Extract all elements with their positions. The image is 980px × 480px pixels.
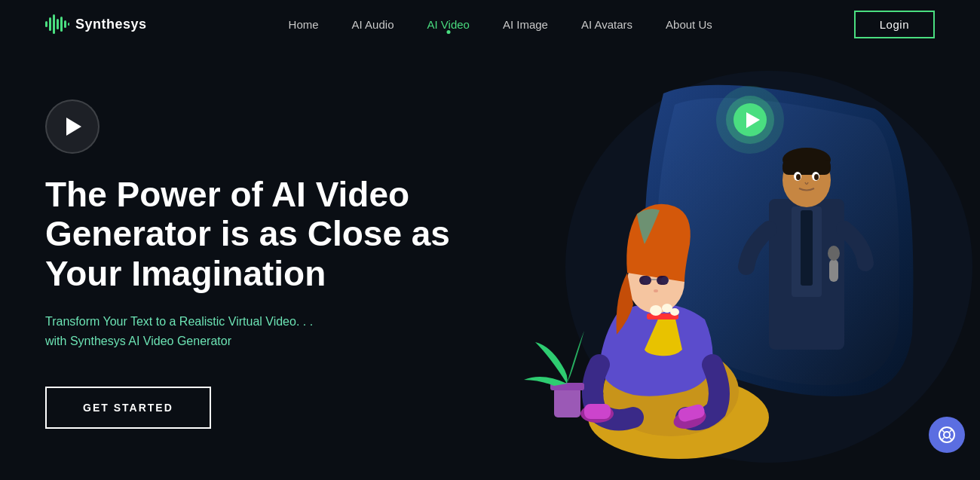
svg-point-30 xyxy=(650,305,662,316)
login-button[interactable]: Login xyxy=(854,11,935,38)
logo[interactable]: Synthesys xyxy=(45,14,147,35)
logo-waveform-icon xyxy=(45,14,69,35)
hero-illustration xyxy=(452,48,980,480)
svg-rect-5 xyxy=(64,20,66,28)
svg-rect-2 xyxy=(53,14,55,34)
nav-link-ai-image[interactable]: AI Image xyxy=(503,18,548,31)
svg-line-47 xyxy=(950,438,953,441)
svg-rect-0 xyxy=(45,21,47,27)
svg-rect-3 xyxy=(57,19,59,29)
svg-point-16 xyxy=(796,174,801,180)
hero-title: The Power of AI Video Generator is as Cl… xyxy=(45,175,467,295)
nav-link-ai-avatars[interactable]: AI Avatars xyxy=(581,18,632,31)
svg-line-46 xyxy=(950,430,953,433)
svg-rect-18 xyxy=(829,259,838,282)
hero-section: The Power of AI Video Generator is as Cl… xyxy=(0,48,980,480)
help-button[interactable] xyxy=(929,417,965,453)
life-ring-icon xyxy=(938,426,956,444)
nav-link-home[interactable]: Home xyxy=(289,18,319,31)
svg-rect-25 xyxy=(639,276,651,285)
svg-point-44 xyxy=(944,432,950,438)
hero-svg-illustration xyxy=(452,48,980,480)
svg-rect-13 xyxy=(782,160,831,175)
logo-text: Synthesys xyxy=(75,17,147,32)
svg-line-48 xyxy=(942,438,945,441)
hero-content: The Power of AI Video Generator is as Cl… xyxy=(45,99,513,430)
svg-rect-1 xyxy=(49,17,51,31)
nav-link-about-us[interactable]: About Us xyxy=(666,18,712,31)
svg-rect-35 xyxy=(584,404,611,419)
svg-rect-37 xyxy=(554,387,580,417)
svg-line-45 xyxy=(942,430,945,433)
play-button-small[interactable] xyxy=(45,99,100,154)
nav-links: Home AI Audio AI Video AI Image AI Avata… xyxy=(289,18,712,31)
nav-link-ai-audio[interactable]: AI Audio xyxy=(352,18,394,31)
hero-subtitle: Transform Your Text to a Realistic Virtu… xyxy=(45,312,407,350)
svg-point-17 xyxy=(814,174,819,180)
svg-point-28 xyxy=(654,289,658,292)
svg-rect-6 xyxy=(68,23,69,26)
svg-rect-10 xyxy=(801,210,813,286)
svg-point-32 xyxy=(670,308,679,316)
play-triangle-icon xyxy=(66,118,81,136)
navbar: Synthesys Home AI Audio AI Video AI Imag… xyxy=(0,0,980,48)
get-started-button[interactable]: GET STARTED xyxy=(45,387,211,429)
svg-rect-4 xyxy=(60,17,63,32)
svg-point-19 xyxy=(828,246,840,261)
svg-rect-26 xyxy=(657,276,669,285)
nav-link-ai-video[interactable]: AI Video xyxy=(427,18,469,31)
